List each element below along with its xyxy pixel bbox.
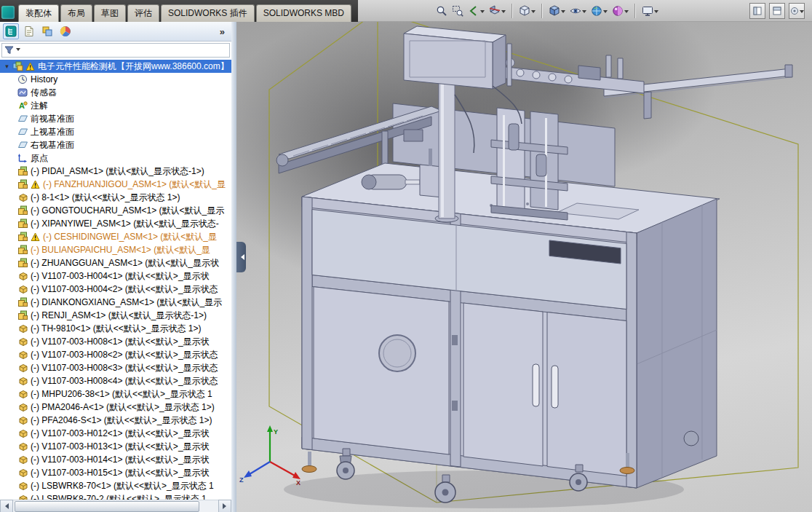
tree-item[interactable]: 上视基准面 [0, 125, 231, 138]
scrollbar-track[interactable] [13, 500, 218, 512]
filter-input[interactable] [22, 44, 227, 56]
tree-item[interactable]: (-) V1107-003-H014<1> (默认<<默认>_显示状 [0, 453, 231, 466]
tree-item[interactable]: History [0, 73, 231, 86]
part-icon [17, 441, 28, 452]
tree-item-label: (-) DIANKONGXIANG_ASM<1> (默认<默认_显示 [29, 296, 223, 309]
tree-item-label: (-) XIPANYIWEI_ASM<1> (默认<默认_显示状态- [29, 218, 220, 230]
warning-icon [24, 61, 36, 72]
featuremanager-tree-icon[interactable] [3, 23, 19, 39]
scroll-right-button[interactable] [218, 500, 231, 512]
plane-icon [17, 127, 28, 138]
warning-icon [29, 179, 41, 190]
tree-item[interactable]: A注解 [0, 99, 231, 112]
tree-item-label: (-) PFA2046-S<1> (默认<<默认>_显示状态 1>) [29, 414, 213, 427]
tree-item[interactable]: (-) BULIANGPAICHU_ASM<1> (默认<默认_显 [0, 243, 231, 256]
tree-item[interactable]: (-) CESHIDINGWEI_ASM<1> (默认<默认_显 [0, 230, 231, 243]
tree-item[interactable]: (-) PIDAI_ASM<1> (默认<默认_显示状态-1>) [0, 165, 231, 178]
tree-item[interactable]: (-) RENJI_ASM<1> (默认<默认_显示状态-1>) [0, 309, 231, 322]
plane-icon [17, 140, 28, 151]
toolbar-overflow-button[interactable]: » [216, 26, 228, 37]
tree-item[interactable]: (-) LSBWRK8-70<1> (默认<<默认>_显示状态 1 [0, 479, 231, 492]
edit-appearance-icon[interactable] [610, 2, 631, 20]
command-tab[interactable]: 装配体 [18, 4, 59, 22]
toolbar-options-icon[interactable] [789, 3, 805, 19]
tree-item[interactable]: 传感器 [0, 86, 231, 99]
hide-show-items-icon[interactable] [568, 2, 589, 20]
command-tab[interactable]: 布局 [60, 4, 92, 22]
expand-arrow-icon[interactable]: ▾ [2, 63, 12, 70]
pane-both-icon[interactable] [769, 3, 785, 19]
zoom-area-icon[interactable] [450, 2, 466, 20]
display-style-icon[interactable] [546, 2, 568, 20]
tree-item[interactable]: (-) V1107-003-H013<1> (默认<<默认>_显示状 [0, 440, 231, 453]
model-3d[interactable]: Y X Z [236, 22, 812, 512]
tree-item-label: (-) V1107-003-H013<1> (默认<<默认>_显示状 [29, 441, 211, 453]
tree-item[interactable]: (-) MHPU206-38<1> (默认<<默认>_显示状态 1 [0, 387, 231, 401]
tree-item[interactable]: 右视基准面 [0, 138, 231, 151]
scroll-left-button[interactable] [0, 500, 13, 512]
tree-item[interactable]: 前视基准面 [0, 112, 231, 125]
tree-item[interactable]: (-) PMA2046-A<1> (默认<<默认>_显示状态 1>) [0, 401, 231, 414]
tree-item[interactable]: (-) V1107-003-H015<1> (默认<<默认>_显示状 [0, 466, 231, 479]
part-icon [17, 428, 28, 439]
assembly-icon [17, 179, 28, 190]
apply-scene-icon[interactable] [589, 2, 610, 20]
part-icon [17, 363, 28, 374]
command-tab[interactable]: SOLIDWORKS MBD [256, 4, 351, 22]
assembly-icon [17, 205, 28, 216]
toolbar-separator [541, 4, 543, 18]
tree-item[interactable]: (-) V1107-003-H004<2> (默认<<默认>_显示状态 [0, 283, 231, 296]
command-tab[interactable]: 草图 [94, 4, 126, 22]
tree-item-label: 原点 [29, 152, 49, 165]
command-tab[interactable]: 评估 [127, 4, 159, 22]
tree-item[interactable]: (-) FANZHUANJIGOU_ASM<1> (默认<默认_显 [0, 178, 231, 191]
tree-item[interactable]: (-) V1107-003-H008<3> (默认<<默认>_显示状态 [0, 361, 231, 374]
panel-collapse-tab[interactable] [236, 242, 246, 272]
tree-item[interactable]: (-) V1107-003-H008<2> (默认<<默认>_显示状态 [0, 348, 231, 361]
tree-horizontal-scrollbar[interactable] [0, 500, 231, 512]
featuremanager-panel: » ▾电子元件性能检测机【开拔网www.386600.com】History传感… [0, 22, 232, 512]
tree-item[interactable]: (-) V1107-003-H008<4> (默认<<默认>_显示状态 [0, 374, 231, 387]
tree-item[interactable]: (-) TH-9810<1> (默认<<默认>_显示状态 1>) [0, 322, 231, 335]
previous-view-icon[interactable] [466, 2, 487, 20]
tree-filter-bar[interactable] [1, 43, 230, 58]
tree-item[interactable]: (-) GONGTOUCHARU_ASM<1> (默认<默认_显示 [0, 204, 231, 217]
tree-item[interactable]: (-) V1107-003-H004<1> (默认<<默认>_显示状 [0, 269, 231, 283]
part-icon [17, 350, 28, 361]
toolbar-right-icons [749, 3, 812, 19]
section-view-icon[interactable] [487, 2, 508, 20]
tree-item[interactable]: (-) XIPANYIWEI_ASM<1> (默认<默认_显示状态- [0, 217, 231, 230]
command-tabs: 装配体布局草图评估SOLIDWORKS 插件SOLIDWORKS MBD [0, 0, 358, 22]
tree-item[interactable]: (-) V1107-003-H012<1> (默认<<默认>_显示状 [0, 427, 231, 440]
pane-left-icon[interactable] [749, 3, 765, 19]
propertymanager-icon[interactable] [21, 23, 37, 39]
tree-item[interactable]: (-) 8-1<1> (默认<<默认>_显示状态 1>) [0, 191, 231, 204]
scrollbar-thumb[interactable] [15, 501, 199, 512]
command-tab[interactable]: SOLIDWORKS 插件 [161, 4, 255, 22]
part-icon [17, 494, 28, 500]
assembly-icon [17, 258, 28, 269]
view-orientation-icon[interactable] [517, 2, 538, 20]
tree-item-label: 注解 [29, 100, 49, 112]
view-settings-icon[interactable] [640, 2, 661, 20]
tree-item[interactable]: (-) DIANKONGXIANG_ASM<1> (默认<默认_显示 [0, 296, 231, 309]
tree-item-label: History [29, 74, 59, 84]
tree-item[interactable]: (-) PFA2046-S<1> (默认<<默认>_显示状态 1>) [0, 414, 231, 427]
tree-item[interactable]: 原点 [0, 151, 231, 165]
tree-item[interactable]: ▾电子元件性能检测机【开拔网www.386600.com】 [0, 60, 231, 73]
tree-item-label: (-) V1107-003-H015<1> (默认<<默认>_显示状 [29, 467, 211, 479]
warning-icon [29, 232, 41, 243]
plane-icon [17, 114, 28, 125]
filter-caret-icon[interactable] [16, 48, 20, 53]
tree-item-label: (-) V1107-003-H008<1> (默认<<默认>_显示状 [29, 336, 211, 348]
tree-item[interactable]: (-) ZHUANGGUAN_ASM<1> (默认<默认_显示状 [0, 256, 231, 269]
part-icon [17, 415, 28, 426]
filter-icon[interactable] [4, 46, 14, 55]
tree-item-label: (-) TH-9810<1> (默认<<默认>_显示状态 1>) [29, 323, 203, 335]
displaymanager-icon[interactable] [57, 23, 73, 39]
app-logo-icon[interactable] [1, 6, 15, 19]
configurationmanager-icon[interactable] [39, 23, 55, 39]
tree-item[interactable]: (-) V1107-003-H008<1> (默认<<默认>_显示状 [0, 335, 231, 348]
zoom-fit-icon[interactable] [434, 2, 450, 20]
tree-item[interactable]: (-) LSBWRK8-70-2 (默认<<默认>_显示状态 1 [0, 492, 231, 500]
